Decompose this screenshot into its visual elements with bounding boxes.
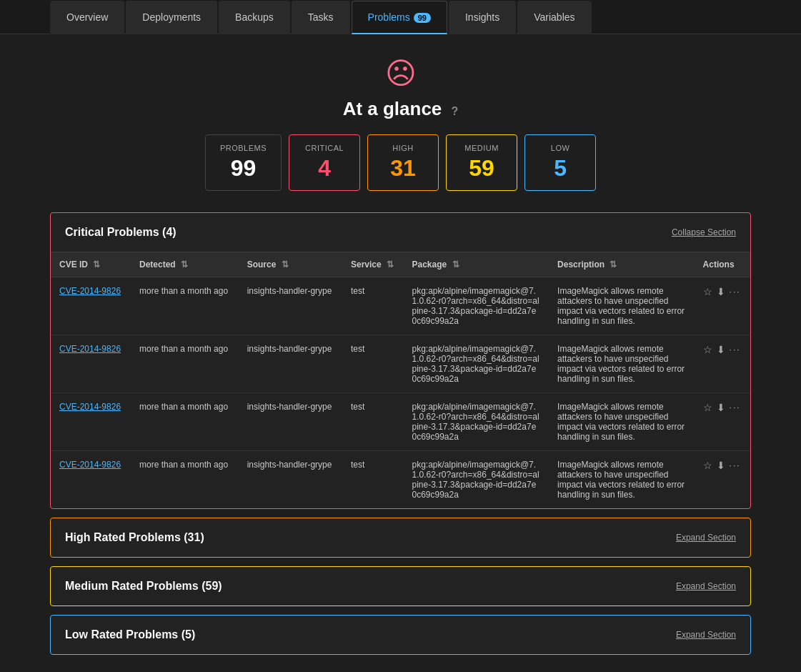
stat-label-low: LOW <box>539 144 581 152</box>
package-cell: pkg:apk/alpine/imagemagick@7.1.0.62-r0?a… <box>404 451 549 509</box>
actions-cell: ☆ ⬇ ··· <box>695 451 750 509</box>
tab-tasks[interactable]: Tasks <box>292 1 350 34</box>
col-cve-id: CVE ID ⇅ <box>51 252 131 277</box>
service-cell: test <box>342 335 404 393</box>
stat-card-low: LOW5 <box>524 134 596 191</box>
main-content: ☹ At a glance ? PROBLEMS99CRITICAL4HIGH3… <box>0 34 801 672</box>
cve-link[interactable]: CVE-2014-9826 <box>59 344 121 354</box>
more-actions-icon[interactable]: ··· <box>730 460 741 470</box>
medium-section-title: Medium Rated Problems (59) <box>65 580 222 593</box>
service-cell: test <box>342 277 404 335</box>
stat-card-critical: CRITICAL4 <box>289 134 360 191</box>
sad-face-icon: ☹ <box>50 56 751 91</box>
cve-id-cell: CVE-2014-9826 <box>51 393 131 451</box>
description-cell: ImageMagick allows remote attackers to h… <box>549 277 695 335</box>
expand-low-button[interactable]: Expand Section <box>676 630 736 640</box>
tab-overview[interactable]: Overview <box>50 1 124 34</box>
source-cell: insights-handler-grype <box>239 335 342 393</box>
cve-id-cell: CVE-2014-9826 <box>51 335 131 393</box>
low-section-title: Low Rated Problems (5) <box>65 628 195 641</box>
detected-cell: more than a month ago <box>131 393 239 451</box>
source-cell: insights-handler-grype <box>239 277 342 335</box>
more-actions-icon[interactable]: ··· <box>730 402 741 412</box>
critical-section-header: Critical Problems (4) Collapse Section <box>51 213 750 252</box>
tab-problems[interactable]: Problems99 <box>352 1 447 34</box>
tab-badge-problems: 99 <box>414 13 431 23</box>
critical-problems-section: Critical Problems (4) Collapse Section C… <box>50 212 751 509</box>
stat-value-critical: 4 <box>304 155 345 182</box>
detected-cell: more than a month ago <box>131 277 239 335</box>
col-source: Source ⇅ <box>239 252 342 277</box>
actions-cell: ☆ ⬇ ··· <box>695 277 750 335</box>
description-cell: ImageMagick allows remote attackers to h… <box>549 393 695 451</box>
cve-link[interactable]: CVE-2014-9826 <box>59 286 121 296</box>
col-detected: Detected ⇅ <box>131 252 239 277</box>
col-description: Description ⇅ <box>549 252 695 277</box>
expand-high-button[interactable]: Expand Section <box>676 533 736 543</box>
star-icon[interactable]: ☆ <box>703 402 712 413</box>
col-actions: Actions <box>695 252 750 277</box>
service-cell: test <box>342 451 404 509</box>
star-icon[interactable]: ☆ <box>703 344 712 355</box>
detected-cell: more than a month ago <box>131 335 239 393</box>
critical-problems-table: CVE ID ⇅ Detected ⇅ Source ⇅ Service ⇅ P… <box>51 252 750 508</box>
cve-link[interactable]: CVE-2014-9826 <box>59 402 121 412</box>
description-cell: ImageMagick allows remote attackers to h… <box>549 335 695 393</box>
stat-label-high: HIGH <box>382 144 424 152</box>
download-icon[interactable]: ⬇ <box>717 286 725 297</box>
tab-backups[interactable]: Backups <box>219 1 290 34</box>
medium-problems-section: Medium Rated Problems (59) Expand Sectio… <box>50 566 751 606</box>
tab-insights[interactable]: Insights <box>449 1 516 34</box>
stat-value-problems: 99 <box>220 155 267 182</box>
table-row: CVE-2014-9826more than a month agoinsigh… <box>51 277 750 335</box>
tab-variables[interactable]: Variables <box>517 1 591 34</box>
medium-section-header: Medium Rated Problems (59) Expand Sectio… <box>51 567 750 606</box>
expand-medium-button[interactable]: Expand Section <box>676 581 736 591</box>
cve-id-cell: CVE-2014-9826 <box>51 451 131 509</box>
source-cell: insights-handler-grype <box>239 451 342 509</box>
table-header-row: CVE ID ⇅ Detected ⇅ Source ⇅ Service ⇅ P… <box>51 252 750 277</box>
stat-value-low: 5 <box>539 155 581 182</box>
stat-card-medium: MEDIUM59 <box>446 134 517 191</box>
high-problems-section: High Rated Problems (31) Expand Section <box>50 518 751 558</box>
glance-section: ☹ At a glance ? PROBLEMS99CRITICAL4HIGH3… <box>50 56 751 191</box>
download-icon[interactable]: ⬇ <box>717 460 725 471</box>
source-cell: insights-handler-grype <box>239 393 342 451</box>
package-cell: pkg:apk/alpine/imagemagick@7.1.0.62-r0?a… <box>404 277 549 335</box>
download-icon[interactable]: ⬇ <box>717 344 725 355</box>
low-section-header: Low Rated Problems (5) Expand Section <box>51 616 750 654</box>
stat-value-medium: 59 <box>461 155 502 182</box>
stat-card-high: HIGH31 <box>367 134 439 191</box>
tab-bar: OverviewDeploymentsBackupsTasksProblems9… <box>0 0 801 34</box>
star-icon[interactable]: ☆ <box>703 460 712 471</box>
high-section-header: High Rated Problems (31) Expand Section <box>51 518 750 557</box>
table-row: CVE-2014-9826more than a month agoinsigh… <box>51 451 750 509</box>
glance-title: At a glance ? <box>50 98 751 120</box>
package-cell: pkg:apk/alpine/imagemagick@7.1.0.62-r0?a… <box>404 335 549 393</box>
description-cell: ImageMagick allows remote attackers to h… <box>549 451 695 509</box>
info-icon[interactable]: ? <box>452 105 459 117</box>
tab-deployments[interactable]: Deployments <box>126 1 217 34</box>
col-package: Package ⇅ <box>404 252 549 277</box>
table-row: CVE-2014-9826more than a month agoinsigh… <box>51 335 750 393</box>
star-icon[interactable]: ☆ <box>703 286 712 297</box>
stat-label-critical: CRITICAL <box>304 144 345 152</box>
more-actions-icon[interactable]: ··· <box>730 287 741 297</box>
stat-value-high: 31 <box>382 155 424 182</box>
col-service: Service ⇅ <box>342 252 404 277</box>
cve-link[interactable]: CVE-2014-9826 <box>59 460 121 470</box>
actions-cell: ☆ ⬇ ··· <box>695 335 750 393</box>
more-actions-icon[interactable]: ··· <box>730 345 741 355</box>
high-section-title: High Rated Problems (31) <box>65 531 204 544</box>
download-icon[interactable]: ⬇ <box>717 402 725 413</box>
cve-id-cell: CVE-2014-9826 <box>51 277 131 335</box>
collapse-critical-button[interactable]: Collapse Section <box>672 227 736 237</box>
stats-row: PROBLEMS99CRITICAL4HIGH31MEDIUM59LOW5 <box>50 134 751 191</box>
detected-cell: more than a month ago <box>131 451 239 509</box>
service-cell: test <box>342 393 404 451</box>
stat-label-problems: PROBLEMS <box>220 144 267 152</box>
critical-section-title: Critical Problems (4) <box>65 226 176 239</box>
package-cell: pkg:apk/alpine/imagemagick@7.1.0.62-r0?a… <box>404 393 549 451</box>
actions-cell: ☆ ⬇ ··· <box>695 393 750 451</box>
table-row: CVE-2014-9826more than a month agoinsigh… <box>51 393 750 451</box>
